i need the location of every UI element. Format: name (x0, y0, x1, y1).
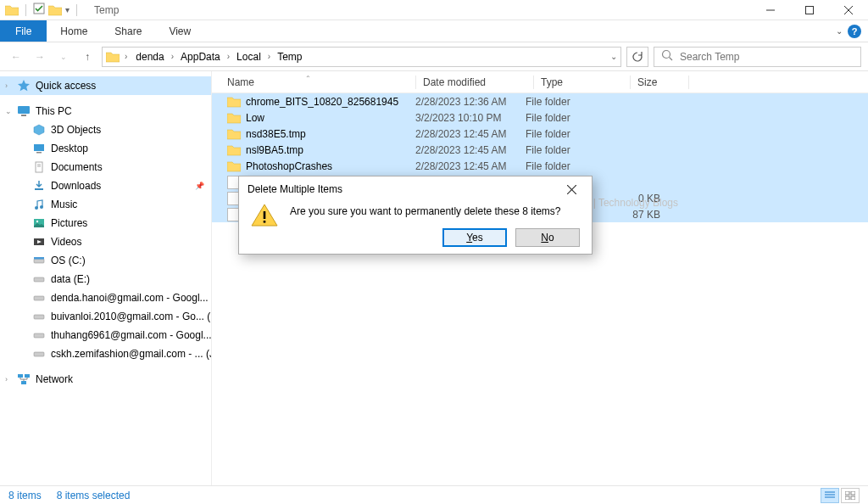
tab-home[interactable]: Home (47, 20, 101, 42)
sidebar-network[interactable]: › Network (0, 370, 211, 389)
dialog-close-button[interactable] (559, 180, 583, 199)
search-box[interactable] (654, 47, 861, 67)
file-rows: chrome_BITS_10820_8256819452/28/2023 12:… (212, 93, 868, 485)
sidebar-item-documents[interactable]: Documents (0, 158, 211, 176)
cube-icon (32, 123, 46, 137)
sidebar-item-music[interactable]: Music (0, 195, 211, 214)
address-bar[interactable]: › denda› AppData› Local› Temp ⌄ (102, 47, 621, 67)
sidebar-item-drive-h[interactable]: buivanloi.2010@gmail.com - Go... (H:) (0, 307, 211, 326)
file-row[interactable]: nsl9BA5.tmp2/28/2023 12:45 AMFile folder (212, 142, 868, 158)
svg-rect-26 (34, 352, 44, 356)
search-icon (661, 49, 673, 64)
file-row[interactable]: chrome_BITS_10820_8256819452/28/2023 12:… (212, 93, 868, 109)
nav-up-button[interactable]: ↑ (78, 48, 97, 66)
drive-icon (32, 291, 46, 305)
file-date: 2/28/2023 12:45 AM (415, 128, 526, 140)
address-dropdown-icon[interactable]: ⌄ (610, 52, 617, 61)
expand-caret-icon[interactable]: › (5, 375, 8, 384)
dialog-no-button[interactable]: No (515, 228, 580, 247)
file-name: chrome_BITS_10820_825681945 (246, 96, 398, 108)
sidebar-item-desktop[interactable]: Desktop (0, 139, 211, 158)
sidebar-item-downloads[interactable]: Downloads📌 (0, 176, 211, 195)
qat-properties-icon[interactable] (33, 3, 45, 17)
crumb-3[interactable]: Temp (274, 49, 305, 64)
dialog-yes-button[interactable]: Yes (442, 228, 507, 247)
ribbon-collapse-icon[interactable]: ⌄ (836, 26, 843, 36)
svg-rect-23 (34, 296, 44, 300)
chevron-right-icon[interactable]: › (266, 52, 272, 61)
view-details-button[interactable] (821, 488, 839, 503)
sidebar-item-label: Documents (51, 161, 103, 173)
svg-rect-35 (845, 496, 849, 500)
sidebar-item-videos[interactable]: Videos (0, 232, 211, 251)
crumb-0[interactable]: denda (132, 49, 167, 64)
navigation-pane: › Quick access ⌄ This PC 3D Objects Desk… (0, 71, 212, 485)
tab-share[interactable]: Share (101, 20, 155, 42)
drive-icon (32, 328, 46, 342)
sidebar-item-pictures[interactable]: Pictures (0, 214, 211, 232)
drive-icon (32, 347, 46, 361)
monitor-icon (17, 104, 31, 118)
sidebar-item-label: Network (36, 373, 73, 385)
column-size[interactable]: Size (637, 76, 688, 88)
refresh-button[interactable] (626, 47, 648, 67)
sidebar-item-drive-g[interactable]: denda.hanoi@gmail.com - Googl... (G:) (0, 288, 211, 307)
nav-recent-dropdown[interactable]: ⌄ (54, 48, 73, 66)
close-button[interactable] (829, 0, 868, 20)
sidebar-item-os-c[interactable]: OS (C:) (0, 251, 211, 270)
qat-folder-icon[interactable] (48, 4, 62, 16)
column-date[interactable]: Date modified (423, 76, 533, 88)
app-folder-icon (5, 4, 19, 16)
maximize-button[interactable] (790, 0, 829, 20)
chevron-right-icon[interactable]: › (123, 52, 129, 61)
expand-caret-icon[interactable]: › (5, 81, 8, 90)
file-row[interactable]: PhotoshopCrashes2/28/2023 12:45 AMFile f… (212, 158, 868, 174)
search-input[interactable] (680, 51, 854, 63)
qat-dropdown-icon[interactable]: ▾ (65, 5, 70, 14)
sidebar-item-3d-objects[interactable]: 3D Objects (0, 120, 211, 139)
ribbon-tabs: File Home Share View ⌄ ? (0, 20, 868, 42)
file-name: Low (246, 112, 264, 124)
file-date: 3/2/2023 10:10 PM (415, 112, 526, 124)
crumb-2[interactable]: Local (233, 49, 264, 64)
svg-rect-14 (35, 188, 43, 190)
tab-file[interactable]: File (0, 20, 47, 42)
dialog-title: Delete Multiple Items (248, 183, 342, 195)
tab-view[interactable]: View (155, 20, 204, 42)
file-type: File folder (526, 112, 615, 124)
warning-icon (251, 204, 278, 227)
pin-icon: 📌 (195, 182, 204, 190)
document-icon (32, 160, 46, 174)
sidebar-item-drive-j[interactable]: cskh.zemifashion@gmail.com - ... (J:) (0, 344, 211, 363)
chevron-right-icon[interactable]: › (170, 52, 175, 61)
view-large-icons-button[interactable] (841, 488, 860, 503)
nav-back-button[interactable]: ← (7, 48, 25, 66)
crumb-1[interactable]: AppData (177, 49, 224, 64)
help-icon[interactable]: ? (848, 25, 861, 38)
folder-icon (227, 160, 241, 172)
sidebar-quick-access[interactable]: › Quick access (0, 76, 211, 95)
file-row[interactable]: Low3/2/2023 10:10 PMFile folder (212, 109, 868, 126)
svg-rect-28 (25, 374, 30, 378)
status-selected-count: 8 items selected (57, 490, 131, 501)
chevron-right-icon[interactable]: › (225, 52, 231, 61)
svg-line-6 (670, 58, 673, 61)
column-type[interactable]: Type (541, 76, 630, 88)
sidebar-item-drive-i[interactable]: thuhang6961@gmail.com - Googl... (I:) (0, 326, 211, 344)
folder-icon (227, 96, 241, 108)
sidebar-item-label: Quick access (36, 80, 96, 92)
sidebar-item-label: OS (C:) (51, 255, 86, 266)
svg-rect-8 (21, 115, 26, 116)
column-name[interactable]: Name⌃ (220, 76, 415, 88)
picture-icon (32, 216, 46, 230)
sidebar-item-data-e[interactable]: data (E:) (0, 270, 211, 288)
status-item-count: 8 items (8, 490, 42, 501)
sidebar-this-pc[interactable]: ⌄ This PC (0, 102, 211, 120)
file-list-pane: Name⌃ Date modified Type Size chrome_BIT… (212, 71, 868, 485)
nav-forward-button[interactable]: → (31, 48, 49, 66)
svg-rect-21 (34, 257, 44, 260)
minimize-button[interactable] (751, 0, 790, 20)
expand-caret-icon[interactable]: ⌄ (5, 107, 12, 115)
file-row[interactable]: nsd38E5.tmp2/28/2023 12:45 AMFile folder (212, 126, 868, 142)
star-icon (17, 79, 31, 92)
